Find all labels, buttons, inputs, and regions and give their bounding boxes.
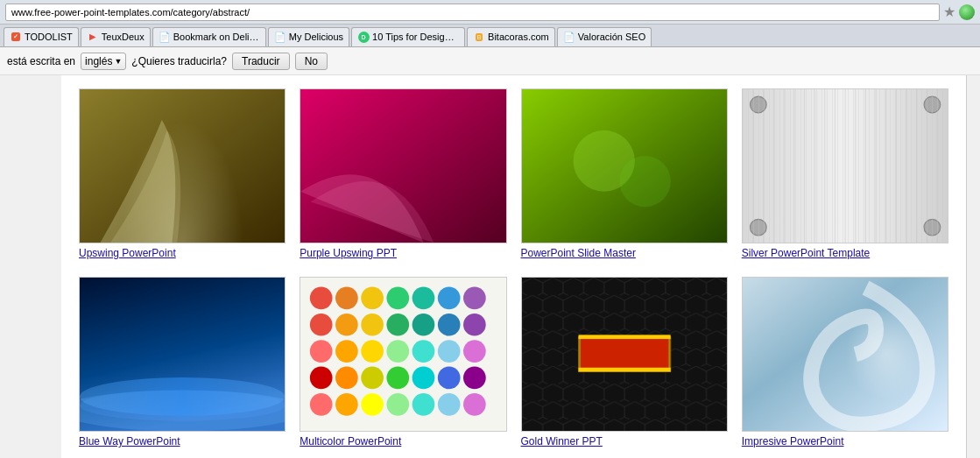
svg-point-34 xyxy=(335,287,358,310)
template-grid: Upswing PowerPoint Purple Upswing PPT xyxy=(79,84,948,452)
svg-rect-73 xyxy=(578,335,670,340)
template-link-purple[interactable]: Purple Upswing PPT xyxy=(300,247,506,259)
svg-point-59 xyxy=(438,367,461,390)
tab-todolist[interactable]: ✓ TODOLIST xyxy=(4,27,79,46)
svg-point-33 xyxy=(310,287,333,310)
template-link-silver[interactable]: Silver PowerPoint Template xyxy=(742,247,948,259)
svg-rect-72 xyxy=(580,339,667,370)
template-link-blue[interactable]: Blue Way PowerPoint xyxy=(79,435,286,447)
tab-tips[interactable]: D 10 Tips for Designin... xyxy=(351,27,465,46)
tab-mydelicious[interactable]: 📄 My Delicious xyxy=(268,27,349,46)
template-thumb-gold[interactable] xyxy=(521,277,728,432)
svg-point-49 xyxy=(361,340,384,363)
tab-valoracion[interactable]: 📄 Valoración SEO xyxy=(557,27,652,46)
template-link-impressive[interactable]: Impresive PowerPoint xyxy=(742,435,948,447)
svg-point-46 xyxy=(463,314,486,336)
teuxdeux-favicon: ▶ xyxy=(87,31,99,43)
template-thumb-upswing[interactable] xyxy=(79,88,286,243)
svg-point-48 xyxy=(335,340,358,363)
svg-point-54 xyxy=(310,367,333,390)
svg-point-51 xyxy=(412,340,435,363)
tips-favicon: D xyxy=(357,31,370,43)
svg-point-37 xyxy=(412,287,435,310)
bookmark-favicon: 📄 xyxy=(159,31,171,43)
browser-status-icon xyxy=(959,4,975,20)
svg-point-60 xyxy=(463,367,486,390)
tab-mydelicious-label: My Delicious xyxy=(289,32,343,42)
tab-bookmark-label: Bookmark on Delici... xyxy=(173,32,260,42)
svg-point-67 xyxy=(463,393,486,416)
template-item-impressive: Impresive PowerPoint xyxy=(742,277,948,447)
language-select[interactable]: inglés ▼ xyxy=(81,53,126,70)
template-thumb-multicolor[interactable] xyxy=(300,277,506,432)
svg-point-41 xyxy=(335,314,358,336)
svg-point-28 xyxy=(924,219,941,236)
template-thumb-purple[interactable] xyxy=(300,88,506,243)
svg-point-53 xyxy=(463,340,486,363)
bookmark-star-icon[interactable]: ★ xyxy=(943,4,955,20)
bitacoras-favicon: B xyxy=(473,31,485,43)
template-item-silver: Silver PowerPoint Template xyxy=(742,88,948,259)
svg-point-35 xyxy=(361,287,384,310)
tabs-bar: ✓ TODOLIST ▶ TeuxDeux 📄 Bookmark on Deli… xyxy=(0,25,980,47)
svg-point-4 xyxy=(619,156,671,207)
template-item-green: PowerPoint Slide Master xyxy=(521,88,728,259)
svg-point-31 xyxy=(80,391,285,421)
scrollbar-track[interactable] xyxy=(966,75,980,458)
svg-point-65 xyxy=(412,393,435,416)
svg-point-62 xyxy=(335,393,358,416)
no-translate-button[interactable]: No xyxy=(295,53,328,70)
svg-point-61 xyxy=(310,393,333,416)
browser-frame: ★ ✓ TODOLIST ▶ TeuxDeux 📄 Bookmark on De… xyxy=(0,0,980,458)
main-content: Upswing PowerPoint Purple Upswing PPT xyxy=(61,75,966,458)
todolist-favicon: ✓ xyxy=(10,31,22,43)
svg-point-45 xyxy=(438,314,461,336)
svg-point-26 xyxy=(924,96,941,113)
template-thumb-blue[interactable] xyxy=(79,277,286,432)
template-link-gold[interactable]: Gold Winner PPT xyxy=(521,435,728,447)
template-item-blue: Blue Way PowerPoint xyxy=(79,277,286,447)
tab-todolist-label: TODOLIST xyxy=(25,32,73,42)
tab-teuxdeux[interactable]: ▶ TeuxDeux xyxy=(81,27,151,46)
svg-point-39 xyxy=(463,287,486,310)
template-item-gold: Gold Winner PPT xyxy=(521,277,728,447)
svg-point-44 xyxy=(412,314,435,336)
translation-bar: está escrita en inglés ▼ ¿Quieres traduc… xyxy=(0,47,980,75)
mydelicious-favicon: 📄 xyxy=(274,31,286,43)
translate-button[interactable]: Traducir xyxy=(232,53,290,70)
chevron-down-icon: ▼ xyxy=(114,57,122,66)
language-label: inglés xyxy=(85,55,112,67)
tab-bitacoras-label: Bitacoras.com xyxy=(488,32,549,42)
tab-valoracion-label: Valoración SEO xyxy=(578,32,645,42)
tab-teuxdeux-label: TeuxDeux xyxy=(102,32,145,42)
svg-rect-0 xyxy=(80,89,285,243)
template-link-upswing[interactable]: Upswing PowerPoint xyxy=(79,247,286,259)
template-item-multicolor: Multicolor PowerPoint xyxy=(300,277,506,447)
template-item-purple: Purple Upswing PPT xyxy=(300,88,506,259)
address-bar: ★ xyxy=(0,0,980,25)
left-margin xyxy=(0,75,61,458)
svg-point-25 xyxy=(750,96,766,113)
template-thumb-green[interactable] xyxy=(521,88,728,243)
svg-rect-74 xyxy=(578,368,670,372)
template-item-upswing: Upswing PowerPoint xyxy=(79,88,286,259)
svg-point-43 xyxy=(387,314,410,336)
svg-point-27 xyxy=(750,219,766,236)
tab-bookmark[interactable]: 📄 Bookmark on Delici... xyxy=(152,27,266,46)
template-link-green[interactable]: PowerPoint Slide Master xyxy=(521,247,728,259)
template-link-multicolor[interactable]: Multicolor PowerPoint xyxy=(300,435,506,447)
svg-rect-5 xyxy=(743,89,948,243)
svg-point-40 xyxy=(310,314,333,336)
svg-point-64 xyxy=(387,393,410,416)
template-thumb-impressive[interactable] xyxy=(742,277,948,432)
content-area: Upswing PowerPoint Purple Upswing PPT xyxy=(0,75,980,458)
svg-point-56 xyxy=(361,367,384,390)
svg-point-57 xyxy=(387,367,410,390)
address-input[interactable] xyxy=(5,4,940,21)
svg-point-36 xyxy=(387,287,410,310)
translation-prefix: está escrita en xyxy=(7,55,75,67)
svg-point-38 xyxy=(438,287,461,310)
template-thumb-silver[interactable] xyxy=(742,88,948,243)
tab-bitacoras[interactable]: B Bitacoras.com xyxy=(467,27,555,46)
svg-point-52 xyxy=(438,340,461,363)
